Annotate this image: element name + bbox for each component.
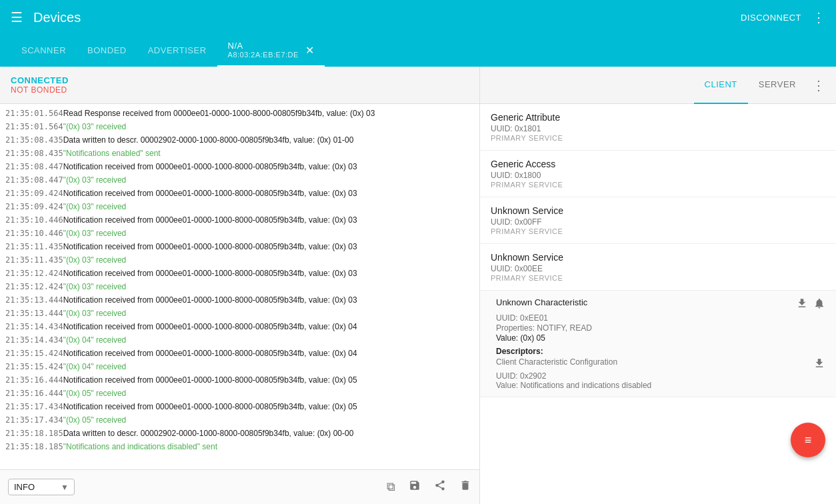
log-entry: 21:35:09.424Notification received from 0…	[0, 187, 479, 200]
tab-bonded[interactable]: BONDED	[77, 35, 137, 67]
descriptor-download-icon[interactable]	[813, 357, 825, 371]
log-entry: 21:35:09.424"(0x) 03" received	[0, 200, 479, 213]
log-timestamp: 21:35:15.424	[5, 347, 63, 359]
log-timestamp: 21:35:08.447	[5, 174, 63, 186]
descriptor-name: Client Characteristic Configuration	[496, 357, 617, 371]
tab-advertiser[interactable]: ADVERTISER	[137, 35, 217, 67]
log-entry: 21:35:10.446Notification received from 0…	[0, 213, 479, 227]
log-timestamp: 21:35:12.424	[5, 281, 63, 293]
log-message: "(0x) 03" received	[63, 121, 474, 133]
log-entry: 21:35:01.564"(0x) 03" received	[0, 120, 479, 133]
left-panel: CONNECTED NOT BONDED 21:35:01.564Read Re…	[0, 67, 480, 504]
bonded-status: NOT BONDED	[11, 85, 69, 95]
descriptor-uuid: UUID: 0x2902	[496, 371, 825, 381]
log-timestamp: 21:35:12.424	[5, 267, 63, 279]
char-notify-icon[interactable]	[813, 297, 825, 312]
log-timestamp: 21:35:17.434	[5, 414, 63, 426]
right-panel: CLIENT SERVER ⋮ Generic Attribute UUID: …	[480, 67, 836, 504]
char-uuid: UUID: 0xEE01	[496, 313, 825, 323]
log-message: "(0x) 04" received	[63, 361, 474, 373]
log-timestamp: 21:35:01.564	[5, 121, 63, 133]
log-message: Data written to descr. 00002902-0000-100…	[63, 427, 474, 439]
log-level-value: INFO	[14, 482, 58, 492]
fab-icon: ≡	[805, 433, 812, 447]
log-timestamp: 21:35:08.435	[5, 147, 63, 159]
copy-button[interactable]: ⧉	[387, 480, 395, 494]
log-message: "(0x) 03" received	[63, 307, 474, 319]
log-entry: 21:35:01.564Read Response received from …	[0, 107, 479, 120]
log-timestamp: 21:35:18.185	[5, 441, 63, 453]
log-message: "Notifications enabled" sent	[63, 147, 474, 159]
log-area: 21:35:01.564Read Response received from …	[0, 104, 479, 469]
service-type: PRIMARY SERVICE	[491, 227, 825, 235]
log-timestamp: 21:35:17.434	[5, 401, 63, 413]
service-item[interactable]: Generic Access UUID: 0x1800 PRIMARY SERV…	[480, 151, 836, 197]
log-timestamp: 21:35:08.435	[5, 134, 63, 146]
log-timestamp: 21:35:10.446	[5, 214, 63, 226]
right-panel-more-icon[interactable]: ⋮	[812, 77, 825, 93]
log-message: Notification received from 0000ee01-0000…	[63, 267, 474, 279]
service-item[interactable]: Unknown Service UUID: 0x00FF PRIMARY SER…	[480, 197, 836, 244]
dropdown-arrow-icon: ▼	[61, 483, 69, 492]
tab-device[interactable]: N/A A8:03:2A:EB:E7:DE ✕	[217, 35, 325, 67]
log-message: "(0x) 04" received	[63, 334, 474, 346]
tab-client[interactable]: CLIENT	[694, 67, 748, 104]
char-name: Unknown Characteristic	[496, 297, 587, 307]
topbar-more-icon[interactable]: ⋮	[812, 9, 825, 25]
log-timestamp: 21:35:01.564	[5, 107, 63, 119]
save-button[interactable]	[409, 479, 421, 495]
log-timestamp: 21:35:14.434	[5, 334, 63, 346]
service-name: Generic Access	[491, 159, 825, 169]
tab-server[interactable]: SERVER	[748, 67, 807, 104]
log-entry: 21:35:08.447"(0x) 03" received	[0, 173, 479, 187]
log-entry: 21:35:17.434Notification received from 0…	[0, 400, 479, 413]
log-entry: 21:35:13.444"(0x) 03" received	[0, 307, 479, 320]
fab-button[interactable]: ≡	[791, 423, 825, 457]
log-message: Notification received from 0000ee01-0000…	[63, 214, 474, 226]
log-message: "(0x) 03" received	[63, 281, 474, 293]
menu-icon[interactable]: ☰	[11, 9, 23, 25]
char-properties: Properties: NOTIFY, READ	[496, 323, 825, 333]
log-entry: 21:35:12.424Notification received from 0…	[0, 267, 479, 280]
log-message: "(0x) 05" received	[63, 387, 474, 399]
log-message: "(0x) 03" received	[63, 201, 474, 213]
log-entry: 21:35:08.435"Notifications enabled" sent	[0, 147, 479, 160]
service-uuid: UUID: 0x00FF	[491, 217, 825, 227]
client-server-tabs: CLIENT SERVER ⋮	[480, 67, 836, 104]
service-name: Unknown Service	[491, 205, 825, 216]
log-timestamp: 21:35:10.446	[5, 227, 63, 239]
service-name: Generic Attribute	[491, 112, 825, 123]
log-timestamp: 21:35:11.435	[5, 254, 63, 266]
log-timestamp: 21:35:11.435	[5, 241, 63, 253]
characteristic-item: Unknown Characteristic UUID: 0xEE01 Prop…	[480, 291, 836, 397]
log-timestamp: 21:35:13.444	[5, 307, 63, 319]
log-timestamp: 21:35:14.434	[5, 321, 63, 333]
share-button[interactable]	[434, 479, 446, 495]
delete-button[interactable]	[459, 479, 471, 495]
bottom-bar: INFO ▼ ⧉	[0, 469, 479, 504]
char-download-icon[interactable]	[796, 297, 808, 312]
service-type: PRIMARY SERVICE	[491, 274, 825, 282]
service-name: Unknown Service	[491, 252, 825, 263]
log-entry: 21:35:12.424"(0x) 03" received	[0, 280, 479, 293]
log-level-selector[interactable]: INFO ▼	[8, 479, 75, 495]
disconnect-button[interactable]: DISCONNECT	[741, 13, 801, 23]
close-tab-icon[interactable]: ✕	[305, 44, 315, 57]
topbar: ☰ Devices DISCONNECT ⋮	[0, 0, 836, 35]
log-timestamp: 21:35:16.444	[5, 387, 63, 399]
log-message: "(0x) 03" received	[63, 254, 474, 266]
service-uuid: UUID: 0x1800	[491, 171, 825, 180]
log-entry: 21:35:11.435Notification received from 0…	[0, 240, 479, 253]
log-timestamp: 21:35:18.185	[5, 427, 63, 439]
log-message: Notification received from 0000ee01-0000…	[63, 401, 474, 413]
service-type: PRIMARY SERVICE	[491, 181, 825, 189]
service-item[interactable]: Generic Attribute UUID: 0x1801 PRIMARY S…	[480, 104, 836, 151]
log-message: Notification received from 0000ee01-0000…	[63, 321, 474, 333]
tab-scanner[interactable]: SCANNER	[11, 35, 77, 67]
connection-status: CONNECTED	[11, 75, 69, 85]
log-entry: 21:35:18.185"Notifications and indicatio…	[0, 440, 479, 453]
log-entry: 21:35:16.444Notification received from 0…	[0, 373, 479, 387]
service-item[interactable]: Unknown Service UUID: 0x00EE PRIMARY SER…	[480, 244, 836, 291]
log-timestamp: 21:35:13.444	[5, 294, 63, 306]
log-timestamp: 21:35:16.444	[5, 374, 63, 386]
